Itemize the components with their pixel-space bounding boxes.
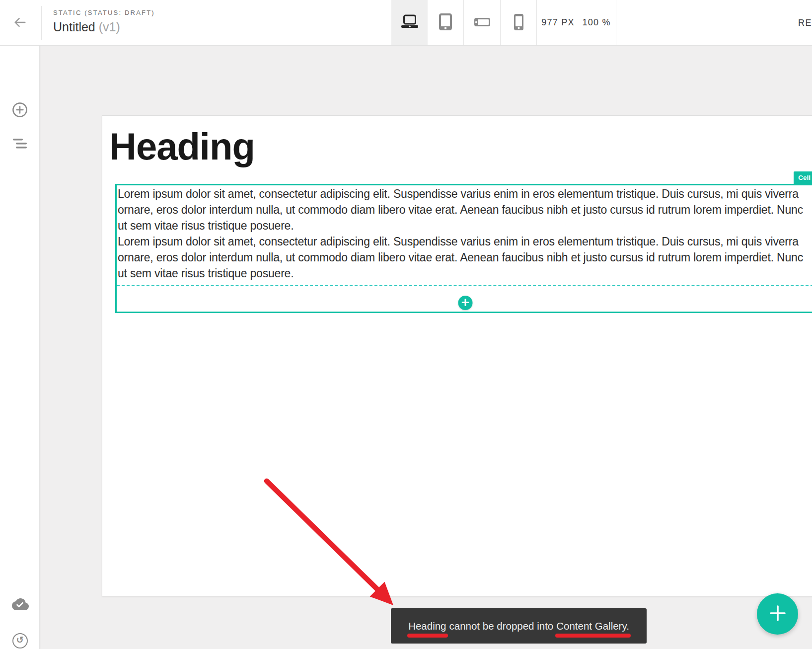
clipped-toolbar-action[interactable]: RET — [798, 18, 812, 28]
mobile-portrait-icon — [514, 14, 523, 32]
text-component[interactable]: Lorem ipsum dolor sit amet, consectetur … — [118, 186, 812, 234]
device-desktop-button[interactable] — [391, 0, 428, 45]
status-label: STATIC (STATUS: DRAFT) — [53, 9, 155, 16]
page-version: (v1) — [99, 20, 120, 34]
editor-canvas: Heading Cell Lorem ipsum dolor sit amet,… — [40, 46, 812, 649]
undo-button[interactable]: ↺ — [0, 627, 40, 649]
add-circle-icon — [11, 101, 28, 120]
add-content-button[interactable] — [458, 296, 472, 310]
device-mobile-portrait-button[interactable] — [501, 0, 536, 45]
device-tablet-button[interactable] — [428, 0, 463, 45]
document-title-block: STATIC (STATUS: DRAFT) Untitled(v1) — [53, 9, 155, 34]
viewport-size-label: 977 PX 100 % — [536, 0, 616, 45]
tooltip-message: cannot be dropped into — [449, 620, 554, 632]
page-preview: Heading Cell Lorem ipsum dolor sit amet,… — [102, 115, 812, 596]
back-button[interactable] — [10, 14, 30, 32]
toolbar-divider — [41, 6, 42, 40]
tablet-portrait-icon — [439, 13, 452, 32]
left-sidebar: ↺ ↻ — [0, 46, 40, 649]
top-toolbar: STATIC (STATUS: DRAFT) Untitled(v1) — [0, 0, 812, 46]
plus-icon — [769, 605, 786, 623]
selected-cell-component[interactable]: Cell Lorem ipsum dolor sit amet, consect… — [115, 184, 812, 313]
device-mobile-landscape-button[interactable] — [464, 0, 500, 45]
page-title: Untitled — [53, 20, 95, 34]
back-arrow-icon — [12, 15, 27, 31]
outline-tree-button[interactable] — [0, 130, 40, 158]
editor-screen: STATIC (STATUS: DRAFT) Untitled(v1) — [0, 0, 812, 649]
mobile-landscape-icon — [474, 18, 490, 28]
zoom-level-value: 100 % — [583, 17, 611, 28]
outline-list-icon — [11, 138, 28, 151]
add-component-fab[interactable] — [757, 593, 798, 635]
cell-badge: Cell — [794, 171, 812, 184]
drop-target-indicator — [117, 285, 812, 286]
text-component[interactable]: Lorem ipsum dolor sit amet, consectetur … — [118, 234, 812, 281]
plus-icon — [461, 299, 469, 308]
cloud-saved-icon — [0, 590, 40, 618]
laptop-icon — [400, 14, 419, 31]
drop-error-tooltip: Heading cannot be dropped into Content G… — [391, 608, 647, 644]
viewport-width-value: 977 PX — [541, 17, 574, 28]
heading-component[interactable]: Heading — [109, 127, 255, 166]
add-component-button[interactable] — [0, 96, 40, 124]
toolbar-divider — [616, 0, 616, 45]
tooltip-target: Content Gallery. — [556, 620, 629, 632]
tooltip-subject: Heading — [408, 620, 446, 632]
undo-icon: ↺ — [12, 633, 28, 649]
